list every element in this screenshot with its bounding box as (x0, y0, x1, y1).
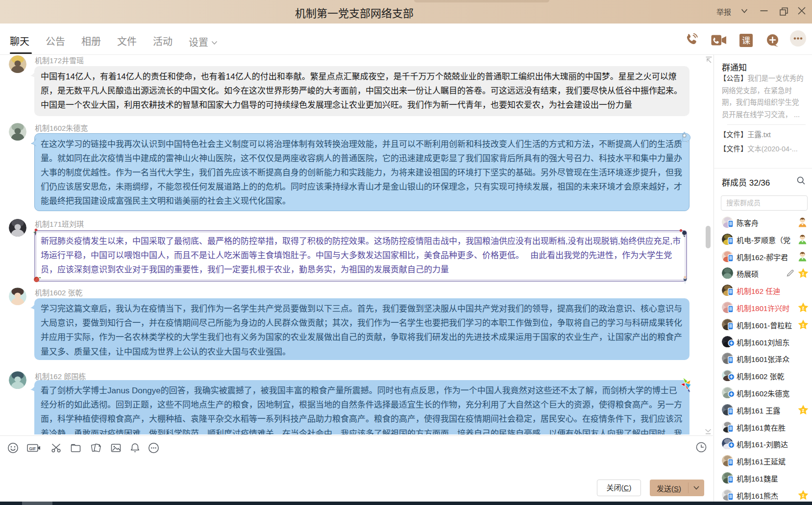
member-row[interactable]: 杨展硕 z (714, 265, 812, 282)
tab-album[interactable]: 相册 (81, 37, 101, 54)
bubble-pinwheel-ornament (678, 377, 693, 394)
mobile-online-badge (728, 458, 734, 466)
member-avatar[interactable] (722, 267, 733, 279)
member-row[interactable]: 机制162 任迪 (714, 282, 812, 299)
shake-bell-icon[interactable] (129, 442, 141, 454)
add-icon[interactable] (766, 34, 780, 48)
group-admin-icon (798, 233, 807, 244)
member-name: 机制1602 张乾 (737, 371, 785, 381)
sender-name[interactable]: 机制1602 张乾 (35, 289, 83, 296)
sender-name[interactable]: 机制162 郎国栋 (35, 373, 86, 380)
class-icon[interactable]: 课 (739, 34, 753, 47)
chat-scrollbar-thumb[interactable] (706, 226, 711, 248)
mobile-online-badge (728, 356, 734, 364)
message-history-icon[interactable] (696, 442, 707, 453)
sender-avatar[interactable] (9, 371, 26, 389)
more-icon[interactable] (790, 30, 806, 47)
chat-message-list[interactable]: 机制172井雪瑶 中国有14亿人，有着14亿人的责任和使命，也有着14亿人的付出… (0, 55, 713, 434)
message-text: 新冠肺炎疫情发生以来，中国采取了最彻底、最严格的防控举措，取得了积极的防控效果。… (35, 231, 686, 281)
sender-avatar[interactable] (9, 288, 26, 305)
scroll-to-bottom-icon[interactable] (704, 429, 712, 434)
mobile-online-badge (728, 493, 734, 501)
section-divider (714, 168, 812, 168)
message-bubble[interactable]: 中国有14亿人，有着14亿人的责任和使命，也有着14亿人的付出和奉献。繁星点点汇… (34, 66, 689, 116)
mobile-online-badge (728, 288, 734, 296)
star-badge-icon: z (798, 405, 809, 415)
image-icon[interactable] (110, 442, 122, 454)
tab-activity[interactable]: 活动 (153, 37, 172, 54)
member-search-input[interactable]: 搜索群成员 (721, 195, 808, 211)
bubble-pearl-ornament (682, 132, 692, 144)
close-button[interactable] (798, 7, 806, 15)
sender-avatar[interactable] (9, 219, 26, 237)
minimize-button[interactable] (760, 10, 768, 12)
message-bubble[interactable]: 学习完这篇文章后，我认为在疫情当下，我们作为一名学生共产党员要做到以下三点。首先… (34, 298, 689, 360)
message-bubble[interactable]: 在这次学习的链接中我再次认识到中国特色社会主义制度可以将治理体制有效转换治理效能… (34, 133, 689, 211)
member-row[interactable]: 机制161 王露 z (714, 401, 812, 418)
sender-name[interactable]: 机制1602朱德宽 (35, 124, 88, 132)
member-row[interactable]: 陈客舟 (714, 214, 812, 231)
report-button[interactable]: 举报 (716, 6, 731, 17)
bubble-tail (30, 385, 35, 392)
star-badge-icon: z (798, 268, 809, 278)
member-row[interactable]: 机制162-郝宇君 (714, 248, 812, 265)
member-row[interactable]: 机电-罗顺意（党 (714, 231, 812, 248)
video-call-icon[interactable] (711, 35, 727, 46)
member-row[interactable]: 机制1602朱德宽 (714, 384, 812, 401)
scroll-to-top-icon[interactable] (705, 56, 713, 64)
group-file-item[interactable]: 【文件】王露.txt (722, 129, 771, 139)
tim-online-badge (728, 441, 735, 449)
tab-announcement[interactable]: 公告 (46, 37, 65, 54)
svg-text:课: 课 (742, 36, 750, 46)
tabs-row: 聊天公告相册文件活动设置 课 (0, 24, 812, 55)
svg-text:GIF: GIF (29, 446, 36, 451)
message-composer[interactable]: GIF 关闭(C) 发送(S) (0, 435, 713, 502)
message-bubble[interactable]: 看了剑桥大学博士Janus Dongye的回答，我确实被震撼了，被我国丰富的粮食… (34, 380, 689, 434)
emoji-icon[interactable] (7, 442, 19, 454)
more-tools-icon[interactable] (148, 442, 159, 454)
group-file-item[interactable]: 【文件】文本(2020-04-... (722, 143, 798, 153)
tim-online-badge (728, 339, 735, 347)
tab-chat[interactable]: 聊天 (10, 37, 29, 54)
tab-files[interactable]: 文件 (117, 37, 137, 54)
member-name: 机制161王延斌 (737, 456, 786, 466)
search-icon[interactable] (797, 176, 805, 185)
sender-avatar[interactable] (9, 123, 26, 141)
sender-name[interactable]: 机制172井雪瑶 (35, 57, 84, 64)
member-row[interactable]: 机制161黄在胜 (714, 418, 812, 435)
close-button-composer[interactable]: 关闭(C) (597, 480, 641, 496)
report-dropdown-icon[interactable] (741, 8, 748, 14)
send-button[interactable]: 发送(S) (650, 480, 704, 496)
restore-button[interactable] (780, 7, 788, 16)
screenshot-icon[interactable] (50, 442, 62, 454)
member-row[interactable]: 机制1601刘旭东 (714, 333, 812, 350)
group-admin-icon (798, 250, 807, 262)
member-name: 机制162-郝宇君 (737, 252, 788, 262)
sender-avatar[interactable] (9, 55, 26, 73)
star-badge-icon: z (798, 490, 809, 500)
notice-divider (727, 124, 806, 125)
gif-icon[interactable]: GIF (27, 442, 41, 454)
member-row[interactable]: 机制161魏星 (714, 469, 812, 486)
tab-settings[interactable]: 设置 (189, 37, 218, 54)
member-row[interactable]: 机制1601-曾粒粒 z (714, 316, 812, 333)
member-row[interactable]: 机制1602 张乾 (714, 367, 812, 384)
send-file-icon[interactable] (90, 442, 101, 454)
member-row[interactable]: 机制161-刘鹏达 (714, 435, 812, 452)
member-row[interactable]: 机制1601张泽众 (714, 350, 812, 367)
title-bar: 机制第一党支部网络支部 举报 (0, 0, 812, 24)
message-bubble[interactable]: 新冠肺炎疫情发生以来，中国采取了最彻底、最严格的防控举措，取得了积极的防控效果。… (34, 230, 687, 282)
member-row[interactable]: 机制161熊杰 z (714, 486, 812, 502)
group-announcement[interactable]: 【公告】我们是一支优秀的 网络党支部，在紧急时 期，我们每周组织学生党 员开展在… (722, 72, 808, 120)
member-row[interactable]: 机制1801许兴时 z (714, 299, 812, 316)
member-name: 陈客舟 (737, 217, 759, 228)
send-options-icon[interactable] (689, 486, 704, 490)
group-notice-header: 群通知 (722, 61, 747, 73)
folder-icon[interactable] (70, 442, 81, 454)
members-header: 群成员 32/36 (722, 176, 770, 188)
mobile-online-badge (728, 220, 734, 228)
voice-call-icon[interactable] (685, 33, 698, 47)
member-name: 机制161-刘鹏达 (737, 439, 788, 449)
member-row[interactable]: 机制161王延斌 (714, 452, 812, 469)
sender-name[interactable]: 机制171班刘琪 (35, 220, 84, 228)
